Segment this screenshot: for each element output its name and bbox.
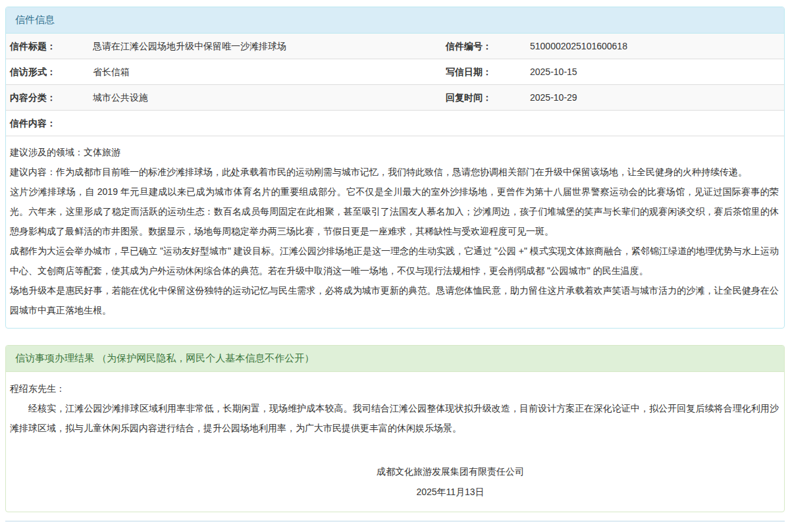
letter-paragraph-city: 成都作为大运会举办城市，早已确立 "运动友好型城市" 建设目标。江滩公园沙排场地… bbox=[10, 241, 779, 280]
letter-info-panel-header: 信件信息 bbox=[6, 7, 784, 34]
result-body: 程绍东先生： 经核实，江滩公园沙滩排球区域利用率非常低，长期闲置，现场维护成本较… bbox=[6, 372, 784, 512]
letter-paragraph-appeal: 场地升级本是惠民好事，若能在优化中保留这份独特的运动记忆与民生需求，必将成为城市… bbox=[10, 280, 779, 320]
reply-date-label: 回复时间： bbox=[442, 85, 526, 110]
letter-content-label-spacer bbox=[89, 111, 442, 136]
letter-title-row: 信件标题： 恳请在江滩公园场地升级中保留唯一沙滩排球场 信件编号： 510000… bbox=[6, 34, 784, 59]
write-date-label: 写信日期： bbox=[442, 59, 526, 84]
letter-title-label: 信件标题： bbox=[6, 34, 89, 59]
petition-form-label: 信访形式： bbox=[6, 59, 89, 84]
letter-content-label: 信件内容： bbox=[6, 111, 89, 136]
reply-date-value: 2025-10-29 bbox=[526, 85, 784, 110]
write-date-value: 2025-10-15 bbox=[526, 59, 784, 84]
letter-paragraph-history: 这片沙滩排球场，自 2019 年元旦建成以来已成为城市体育名片的重要组成部分。它… bbox=[10, 182, 779, 241]
letter-info-panel: 信件信息 信件标题： 恳请在江滩公园场地升级中保留唯一沙滩排球场 信件编号： 5… bbox=[5, 7, 785, 329]
result-panel-header: 信访事项办理结果 （为保护网民隐私，网民个人基本信息不作公开） bbox=[6, 346, 784, 372]
letter-content-label-row: 信件内容： bbox=[6, 111, 784, 136]
result-signature-company: 成都文化旅游发展集团有限责任公司 bbox=[122, 462, 779, 482]
letter-paragraph-suggestion: 建议内容：作为成都市目前唯一的标准沙滩排球场，此处承载着市民的运动刚需与城市记忆… bbox=[10, 162, 779, 182]
letter-number-label: 信件编号： bbox=[442, 34, 526, 59]
petition-form-row: 信访形式： 省长信箱 写信日期： 2025-10-15 bbox=[6, 59, 784, 85]
letter-info-panel-title: 信件信息 bbox=[15, 14, 55, 25]
letter-number-value: 5100002025101600618 bbox=[526, 34, 784, 59]
next-panel-top-edge bbox=[5, 521, 785, 521]
result-signature-block: 成都文化旅游发展集团有限责任公司 2025年11月13日 bbox=[10, 462, 779, 502]
category-value: 城市公共设施 bbox=[89, 85, 442, 110]
result-salutation: 程绍东先生： bbox=[10, 379, 779, 398]
category-label: 内容分类： bbox=[6, 85, 89, 110]
result-panel: 信访事项办理结果 （为保护网民隐私，网民个人基本信息不作公开） 程绍东先生： 经… bbox=[5, 345, 785, 512]
letter-title-value: 恳请在江滩公园场地升级中保留唯一沙滩排球场 bbox=[89, 34, 442, 59]
petition-form-value: 省长信箱 bbox=[89, 59, 442, 84]
result-panel-title: 信访事项办理结果 （为保护网民隐私，网民个人基本信息不作公开） bbox=[15, 352, 314, 363]
result-reply-text: 经核实，江滩公园沙滩排球区域利用率非常低，长期闲置，现场维护成本较高。我司结合江… bbox=[10, 398, 779, 438]
letter-content-body: 建议涉及的领域：文体旅游 建议内容：作为成都市目前唯一的标准沙滩排球场，此处承载… bbox=[6, 136, 784, 328]
letter-detail-page: 信件信息 信件标题： 恳请在江滩公园场地升级中保留唯一沙滩排球场 信件编号： 5… bbox=[0, 0, 790, 532]
category-row: 内容分类： 城市公共设施 回复时间： 2025-10-29 bbox=[6, 85, 784, 111]
letter-paragraph-domain: 建议涉及的领域：文体旅游 bbox=[10, 142, 779, 162]
result-signature-date: 2025年11月13日 bbox=[122, 482, 779, 502]
